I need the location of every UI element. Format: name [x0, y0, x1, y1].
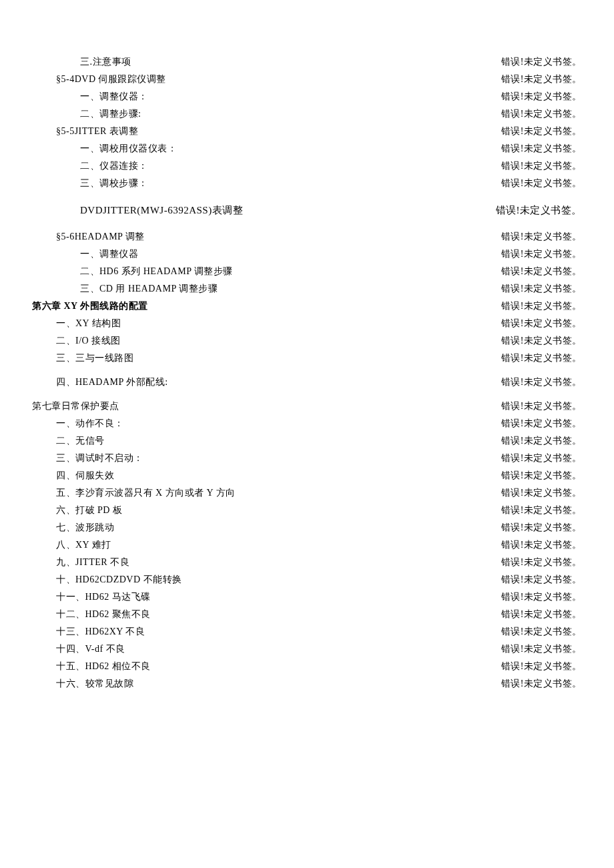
toc-page-ref: 错误!未定义书签。	[501, 640, 582, 658]
toc-dot-leader	[122, 334, 500, 344]
toc-line: 三、调试时不启动：错误!未定义书签。	[32, 450, 582, 467]
toc-dot-leader	[131, 556, 500, 565]
toc-entry-title: 十三、HD62XY 不良	[56, 623, 145, 640]
toc-line: 四、HEADAMP 外部配线:错误!未定义书签。	[32, 374, 582, 391]
toc-dot-leader	[133, 55, 500, 65]
toc-line: DVDJITTER(MWJ-6392ASS)表调整错误!未定义书签。	[32, 199, 582, 222]
toc-dot-leader	[146, 625, 499, 634]
toc-entry-title: 六、打破 PD 板	[56, 502, 122, 519]
toc-entry-title: 二、I/O 接线图	[56, 332, 121, 350]
toc-dot-leader	[149, 90, 500, 99]
toc-page-ref: 错误!未定义书签。	[501, 398, 582, 415]
toc-entry-title: §5-5JITTER 表调整	[56, 123, 138, 140]
toc-line: 七、波形跳动错误!未定义书签。	[32, 519, 582, 536]
toc-dot-leader	[149, 177, 500, 186]
toc-page-ref: 错误!未定义书签。	[501, 298, 582, 315]
toc-entry-title: 二、仪器连接：	[80, 157, 148, 175]
toc-dot-leader	[168, 73, 500, 82]
toc-entry-title: 十一、HD62 马达飞碟	[56, 588, 151, 606]
toc-line: 十一、HD62 马达飞碟错误!未定义书签。	[32, 588, 582, 606]
toc-entry-title: 三、三与一线路图	[56, 350, 133, 367]
toc-entry-title: 三.注意事项	[80, 53, 131, 71]
toc-page-ref: 错误!未定义书签。	[501, 105, 582, 123]
toc-line: 三、调校步骤：错误!未定义书签。	[32, 175, 582, 192]
toc-page-ref: 错误!未定义书签。	[496, 199, 583, 222]
toc-page-ref: 错误!未定义书签。	[501, 53, 582, 71]
toc-page-ref: 错误!未定义书签。	[501, 519, 582, 536]
toc-line: 三、CD 用 HEADAMP 调整步骤错误!未定义书签。	[32, 280, 582, 298]
toc-dot-leader	[234, 265, 500, 274]
toc-entry-title: 三、调试时不启动：	[56, 450, 143, 467]
toc-line: §5-5JITTER 表调整错误!未定义书签。	[32, 123, 582, 140]
toc-line: 四、伺服失效错误!未定义书签。	[32, 467, 582, 484]
toc-dot-leader	[178, 142, 500, 151]
toc-line: §5-6HEADAMP 调整错误!未定义书签。	[32, 228, 582, 246]
toc-page-ref: 错误!未定义书签。	[501, 246, 582, 263]
toc-line: 一、调校用仪器仪表：错误!未定义书签。	[32, 140, 582, 157]
toc-page-ref: 错误!未定义书签。	[501, 228, 582, 246]
toc-entry-title: 一、调整仪器	[80, 246, 138, 263]
toc-dot-leader	[146, 230, 500, 240]
toc-line: 一、调整仪器错误!未定义书签。	[32, 246, 582, 263]
toc-page-ref: 错误!未定义书签。	[501, 588, 582, 606]
toc-entry-title: 二、HD6 系列 HEADAMP 调整步骤	[80, 263, 233, 280]
toc-entry-title: 三、CD 用 HEADAMP 调整步骤	[80, 280, 218, 298]
toc-entry-title: 七、波形跳动	[56, 519, 114, 536]
toc-page-ref: 错误!未定义书签。	[501, 350, 582, 367]
toc-dot-leader	[149, 300, 500, 309]
toc-entry-title: 十、HD62CDZDVD 不能转换	[56, 571, 182, 588]
toc-dot-leader	[152, 590, 500, 600]
toc-page-ref: 错误!未定义书签。	[501, 140, 582, 157]
toc-line: 第七章日常保护要点错误!未定义书签。	[32, 398, 582, 415]
toc-page-ref: 错误!未定义书签。	[501, 175, 582, 192]
toc-dot-leader	[122, 317, 500, 326]
toc-dot-leader	[142, 107, 499, 117]
toc-page-ref: 错误!未定义书签。	[501, 623, 582, 640]
toc-page-ref: 错误!未定义书签。	[501, 374, 582, 391]
toc-dot-leader	[219, 282, 500, 292]
toc-line: 一、动作不良：错误!未定义书签。	[32, 415, 582, 432]
toc-dot-leader	[135, 352, 500, 361]
toc-line: 二、调整步骤:错误!未定义书签。	[32, 105, 582, 123]
toc-page-ref: 错误!未定义书签。	[501, 432, 582, 450]
toc-dot-leader	[152, 660, 500, 669]
toc-entry-title: 十四、V-df 不良	[56, 640, 125, 658]
toc-page-ref: 错误!未定义书签。	[501, 263, 582, 280]
toc-line: 十四、V-df 不良错误!未定义书签。	[32, 640, 582, 658]
toc-page-ref: 错误!未定义书签。	[501, 415, 582, 432]
toc-entry-title: 四、伺服失效	[56, 467, 114, 484]
toc-entry-title: 十二、HD62 聚焦不良	[56, 606, 151, 623]
toc-line: 三.注意事项 错误!未定义书签。	[32, 53, 582, 71]
toc-entry-title: §5-4DVD 伺服跟踪仪调整	[56, 71, 166, 88]
toc-page-ref: 错误!未定义书签。	[501, 88, 582, 105]
toc-dot-leader	[139, 125, 500, 134]
toc-dot-leader	[152, 608, 500, 617]
toc-page-ref: 错误!未定义书签。	[501, 606, 582, 623]
toc-line: 九、JITTER 不良错误!未定义书签。	[32, 554, 582, 571]
toc-entry-title: 一、XY 结构图	[56, 315, 121, 332]
toc-entry-title: 一、动作不良：	[56, 415, 124, 432]
toc-entry-title: DVDJITTER(MWJ-6392ASS)表调整	[80, 199, 243, 222]
toc-line: 二、仪器连接：错误!未定义书签。	[32, 157, 582, 175]
toc-entry-title: 一、调整仪器：	[80, 88, 148, 105]
toc-line: 二、无信号错误!未定义书签。	[32, 432, 582, 450]
toc-container: 三.注意事项 错误!未定义书签。§5-4DVD 伺服跟踪仪调整错误!未定义书签。…	[0, 0, 614, 693]
toc-dot-leader	[123, 504, 499, 513]
toc-dot-leader	[244, 203, 494, 213]
toc-page-ref: 错误!未定义书签。	[501, 658, 582, 675]
toc-entry-title: 四、HEADAMP 外部配线:	[56, 374, 168, 391]
toc-page-ref: 错误!未定义书签。	[501, 450, 582, 467]
toc-line: 二、I/O 接线图错误!未定义书签。	[32, 332, 582, 350]
toc-line: 二、HD6 系列 HEADAMP 调整步骤错误!未定义书签。	[32, 263, 582, 280]
toc-dot-leader	[121, 400, 500, 409]
toc-entry-title: 第七章日常保护要点	[32, 398, 119, 415]
toc-line: 十三、HD62XY 不良错误!未定义书签。	[32, 623, 582, 640]
toc-dot-leader	[135, 677, 500, 687]
toc-dot-leader	[170, 376, 500, 385]
toc-dot-leader	[127, 642, 500, 652]
toc-entry-title: 五、李沙育示波器只有 X 方向或者 Y 方向	[56, 484, 236, 502]
toc-page-ref: 错误!未定义书签。	[501, 315, 582, 332]
toc-dot-leader	[106, 434, 500, 444]
toc-page-ref: 错误!未定义书签。	[501, 332, 582, 350]
toc-page-ref: 错误!未定义书签。	[501, 123, 582, 140]
